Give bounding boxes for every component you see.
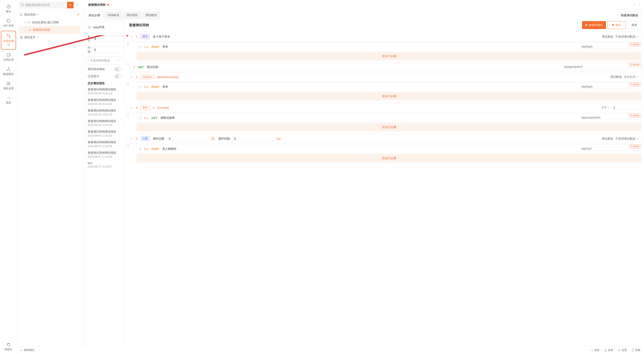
- drag-handle[interactable]: [140, 86, 141, 88]
- drag-handle[interactable]: [140, 148, 141, 150]
- report-item[interactable]: test2023-08-07 11:29:37: [88, 161, 122, 168]
- nav-recent[interactable]: 最近: [0, 2, 17, 16]
- report-item[interactable]: 新建测试用例测试报告2023-08-25 14:32:16: [88, 109, 122, 116]
- exec-input[interactable]: [92, 36, 125, 42]
- drag-handle[interactable]: [140, 46, 141, 48]
- footer-more[interactable]: ⋯更多: [591, 348, 600, 352]
- nav-trash[interactable]: 回收站: [0, 340, 17, 354]
- step-3-head[interactable]: 3 forEach {{$iterationData}} 测试数据 支付方式: [127, 72, 641, 82]
- sync-badge[interactable]: 手动同步: [628, 43, 641, 47]
- add-substep-button[interactable]: 添加子步骤: [136, 154, 641, 162]
- chevron-down-icon[interactable]: [130, 137, 133, 140]
- report-date: 2023-08-29 16:51:20: [88, 92, 122, 95]
- nav-auto-test[interactable]: 自动化测试: [1, 31, 16, 50]
- tab-report[interactable]: 测试报告: [123, 12, 142, 19]
- simple-mode-button[interactable]: 精简模式: [24, 348, 34, 352]
- step-name: 商品列表: [147, 65, 158, 69]
- step-4-head[interactable]: 4 条件 if {{userid}} 大于: [127, 103, 641, 113]
- save-button[interactable]: 保存: [627, 21, 641, 29]
- tree-item-newcase[interactable]: 新建测试用例: [19, 26, 80, 34]
- tree-folder[interactable]: 自动化测试-接口用例: [19, 19, 80, 26]
- chevron-down-icon[interactable]: [130, 75, 133, 79]
- step-num: 2: [133, 66, 135, 69]
- tab-data[interactable]: 测试数据: [142, 12, 160, 19]
- footer-skin[interactable]: 皮肤: [604, 348, 613, 352]
- env-label[interactable]: saas环境: [93, 25, 104, 29]
- tree-cases-toggle[interactable]: 测试用例: [20, 13, 39, 17]
- collapse-icon[interactable]: «: [21, 349, 22, 352]
- prev-icon[interactable]: [632, 3, 635, 6]
- tree-header-suites[interactable]: 测试套件: [19, 34, 80, 41]
- chevron-down-icon[interactable]: [130, 106, 133, 109]
- step-1-head[interactable]: 1 事务 多个用户登录 测试数据 不使用测试数据: [127, 32, 641, 42]
- sync-badge[interactable]: 手动同步: [628, 63, 641, 67]
- report-item[interactable]: 新建测试用例测试报告2023-08-29 16:51:20: [88, 88, 122, 95]
- nav-more[interactable]: 更多: [0, 93, 17, 107]
- main-tab[interactable]: 新建测试用例: [85, 1, 112, 9]
- tree-suites-label: 测试套件: [24, 36, 36, 39]
- val-input[interactable]: [612, 106, 638, 110]
- locate-button[interactable]: [67, 2, 74, 8]
- nav-doc-share[interactable]: 文档分享: [0, 50, 17, 65]
- continue-toggle[interactable]: [114, 67, 122, 71]
- report-item[interactable]: 新建测试用例测试报告2023-08-28 16:14:19: [88, 98, 122, 106]
- step-data-select[interactable]: 不使用测试数据: [616, 137, 638, 141]
- step-1-1[interactable]: 1-1 POST 登录 /api/login 手动同步: [136, 43, 641, 51]
- sync-badge[interactable]: 手动同步: [628, 114, 641, 118]
- step-expr[interactable]: {{$iterationData}}: [157, 75, 178, 79]
- step-data-select[interactable]: 支付方式: [624, 75, 638, 79]
- add-substep-button[interactable]: 添加子步骤: [136, 52, 641, 61]
- step-3-1[interactable]: 3-1 POST 登录 /api/login 手动同步: [136, 83, 641, 91]
- step-5-1[interactable]: 5-1 POST 加入购物车 /api/cart 手动同步: [136, 144, 641, 153]
- add-substep-button[interactable]: 添加子步骤: [136, 123, 641, 132]
- tab-ci[interactable]: 持续集成: [104, 12, 122, 19]
- nav-data-model[interactable]: 数据模型: [0, 65, 17, 79]
- svg-point-19: [627, 5, 627, 5]
- chevron-down-icon[interactable]: [130, 35, 133, 38]
- add-substep-button[interactable]: 添加子步骤: [136, 92, 641, 101]
- config-panel: saas环境 执行 次 间隔 ms 不使用测试数据 遇到错误继续 沙盒模式: [85, 21, 125, 352]
- footer-settings[interactable]: 设置: [618, 348, 627, 352]
- report-item[interactable]: 新建测试用例测试报告2023-08-07 11:30:34: [88, 140, 122, 148]
- svg-point-20: [628, 5, 628, 5]
- save-run-button[interactable]: ▶ 保存并执行: [582, 21, 606, 29]
- loop-count-input[interactable]: [167, 137, 207, 141]
- next-icon[interactable]: [639, 3, 641, 6]
- search-input[interactable]: 搜索用例/套件/目录: [19, 2, 66, 8]
- steps-title: 新建测试用例: [129, 23, 149, 27]
- nav-project-settings[interactable]: 项目设置: [0, 79, 17, 93]
- drag-handle[interactable]: [127, 114, 129, 132]
- data-select[interactable]: 不使用测试数据: [88, 57, 122, 65]
- drag-handle[interactable]: [140, 117, 141, 119]
- report-item[interactable]: 新建测试用例测试报告2023-08-16 17:27:25: [88, 119, 122, 127]
- step-5-head[interactable]: 5 次数 循环次数 次 循环间隔 ms 测试数据 不使用测试数据: [127, 134, 641, 144]
- step-2[interactable]: 2 GET 商品列表 /api/goods/list? 手动同步: [130, 63, 641, 72]
- sync-badge[interactable]: 手动同步: [628, 83, 641, 87]
- report-item[interactable]: 新建测试用例测试报告2023-08-07 11:31:01: [88, 130, 122, 137]
- report-name: 新建测试用例测试报告: [88, 98, 122, 102]
- loop-interval-input[interactable]: [233, 137, 272, 141]
- footer-update[interactable]: 更新: [631, 348, 640, 352]
- step-data-select[interactable]: 不使用测试数据: [616, 35, 638, 39]
- add-case-button[interactable]: +: [77, 12, 79, 17]
- report-item[interactable]: 新建测试用例测试报告2023-08-07 11:29:49: [88, 151, 122, 158]
- sandbox-toggle[interactable]: [114, 74, 122, 78]
- run-button[interactable]: ▶ 执行: [608, 21, 626, 29]
- eye-icon[interactable]: [88, 26, 91, 29]
- nav-api-manage[interactable]: API 管理: [0, 16, 17, 30]
- tab-test-steps[interactable]: 测试步骤: [85, 12, 104, 19]
- op-select[interactable]: 大于: [601, 106, 610, 110]
- interval-input[interactable]: [92, 47, 125, 53]
- drag-handle[interactable]: [127, 43, 129, 61]
- step-data-label: 测试数据: [602, 137, 613, 141]
- more-icon[interactable]: [625, 3, 629, 6]
- step-4-1[interactable]: 4-1 GET 领取优惠券 /api/coupon/list 手动同步: [136, 114, 641, 122]
- sync-badge[interactable]: 手动同步: [628, 144, 641, 149]
- step-expr[interactable]: {{userid}}: [158, 106, 169, 109]
- step-url[interactable]: /api/goods/list?: [564, 65, 638, 69]
- new-test-data-button[interactable]: 新建测试数据: [618, 12, 641, 19]
- drag-handle[interactable]: [127, 63, 129, 72]
- drag-handle[interactable]: [127, 144, 129, 163]
- drag-handle[interactable]: [127, 83, 129, 101]
- filter-button[interactable]: [75, 2, 80, 8]
